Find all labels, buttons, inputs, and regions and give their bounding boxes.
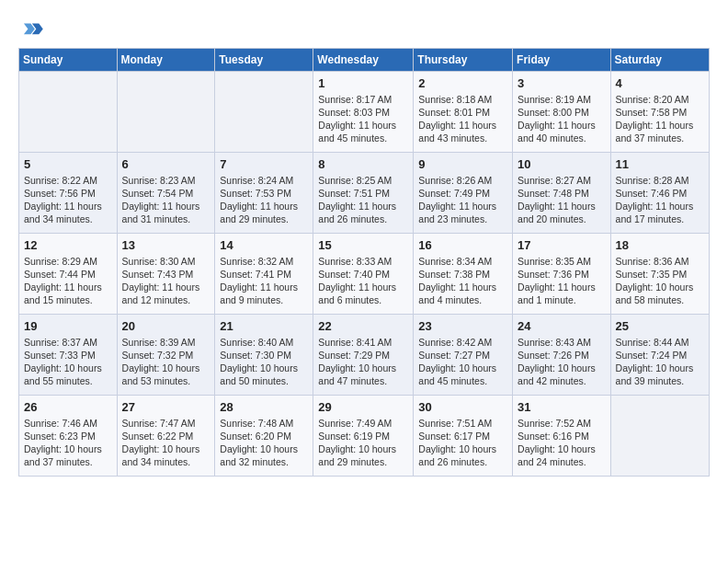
calendar-cell: 22Sunrise: 8:41 AMSunset: 7:29 PMDayligh… [313,315,414,396]
day-info: Sunset: 7:44 PM [24,268,112,281]
logo [18,17,48,42]
day-info: Sunrise: 7:49 AM [318,417,408,430]
day-number: 26 [24,399,112,416]
day-number: 1 [318,75,408,92]
day-info: Sunset: 7:40 PM [318,268,408,281]
calendar-cell: 2Sunrise: 8:18 AMSunset: 8:01 PMDaylight… [414,72,513,153]
day-info: Sunset: 8:00 PM [518,106,606,119]
weekday-header-thursday: Thursday [414,49,513,72]
day-info: Daylight: 10 hours and 58 minutes. [616,281,704,306]
day-info: Sunrise: 8:39 AM [122,336,210,349]
day-number: 16 [418,237,507,254]
day-info: Daylight: 10 hours and 50 minutes. [220,362,308,387]
day-number: 9 [418,156,507,173]
day-number: 24 [518,318,606,335]
calendar-week-3: 19Sunrise: 8:37 AMSunset: 7:33 PMDayligh… [19,315,710,396]
day-info: Sunrise: 8:27 AM [518,174,606,187]
calendar-header: SundayMondayTuesdayWednesdayThursdayFrid… [19,49,710,72]
day-info: Sunrise: 8:37 AM [24,336,112,349]
day-info: Sunset: 6:23 PM [24,430,112,442]
day-info: Sunrise: 8:41 AM [318,336,408,349]
day-info: Sunset: 7:27 PM [418,349,507,362]
day-info: Sunrise: 8:30 AM [122,255,210,268]
day-info: Sunrise: 8:32 AM [220,255,308,268]
day-info: Sunset: 6:22 PM [122,430,210,442]
day-info: Sunset: 6:16 PM [518,430,606,442]
day-number: 18 [616,237,704,254]
calendar-cell: 19Sunrise: 8:37 AMSunset: 7:33 PMDayligh… [19,315,118,396]
day-info: Daylight: 11 hours and 1 minute. [518,281,606,306]
day-number: 20 [122,318,210,335]
calendar-cell: 20Sunrise: 8:39 AMSunset: 7:32 PMDayligh… [117,315,215,396]
day-info: Sunset: 6:20 PM [220,430,308,442]
day-info: Sunrise: 7:47 AM [122,417,210,430]
day-info: Daylight: 11 hours and 12 minutes. [122,281,210,306]
calendar-cell: 12Sunrise: 8:29 AMSunset: 7:44 PMDayligh… [19,234,118,315]
day-info: Sunset: 6:17 PM [418,430,507,442]
calendar-cell: 5Sunrise: 8:22 AMSunset: 7:56 PMDaylight… [19,153,118,234]
day-info: Daylight: 10 hours and 37 minutes. [24,442,112,468]
day-info: Sunrise: 8:23 AM [122,174,210,187]
header [18,17,710,42]
day-info: Daylight: 11 hours and 34 minutes. [24,200,112,225]
day-number: 2 [418,75,507,92]
day-number: 15 [318,237,408,254]
day-number: 21 [220,318,308,335]
day-number: 31 [518,399,606,416]
day-number: 5 [24,156,112,173]
day-info: Daylight: 11 hours and 4 minutes. [418,281,507,306]
day-info: Sunrise: 8:43 AM [518,336,606,349]
calendar-cell: 23Sunrise: 8:42 AMSunset: 7:27 PMDayligh… [414,315,513,396]
day-number: 4 [616,75,704,92]
weekday-header-friday: Friday [513,49,611,72]
day-number: 8 [318,156,408,173]
calendar-cell: 10Sunrise: 8:27 AMSunset: 7:48 PMDayligh… [513,153,611,234]
day-info: Daylight: 11 hours and 15 minutes. [24,281,112,306]
day-info: Daylight: 11 hours and 6 minutes. [318,281,408,306]
day-info: Sunset: 7:33 PM [24,349,112,362]
day-number: 17 [518,237,606,254]
day-number: 25 [616,318,704,335]
day-info: Sunset: 7:24 PM [616,349,704,362]
day-info: Sunrise: 7:51 AM [418,417,507,430]
day-info: Sunset: 7:43 PM [122,268,210,281]
calendar-cell [215,72,313,153]
day-info: Sunrise: 7:48 AM [220,417,308,430]
day-info: Daylight: 10 hours and 34 minutes. [122,442,210,468]
day-info: Sunrise: 8:28 AM [616,174,704,187]
day-info: Sunrise: 8:42 AM [418,336,507,349]
day-number: 13 [122,237,210,254]
calendar-cell: 7Sunrise: 8:24 AMSunset: 7:53 PMDaylight… [215,153,313,234]
day-info: Sunset: 6:19 PM [318,430,408,442]
calendar-cell: 11Sunrise: 8:28 AMSunset: 7:46 PMDayligh… [610,153,709,234]
weekday-header-row: SundayMondayTuesdayWednesdayThursdayFrid… [19,49,710,72]
day-info: Sunrise: 8:33 AM [318,255,408,268]
calendar-cell: 17Sunrise: 8:35 AMSunset: 7:36 PMDayligh… [513,234,611,315]
day-info: Daylight: 11 hours and 37 minutes. [616,119,704,144]
day-info: Daylight: 10 hours and 47 minutes. [318,362,408,387]
calendar-cell: 27Sunrise: 7:47 AMSunset: 6:22 PMDayligh… [117,396,215,477]
calendar-week-4: 26Sunrise: 7:46 AMSunset: 6:23 PMDayligh… [19,396,710,477]
day-number: 27 [122,399,210,416]
calendar-cell: 21Sunrise: 8:40 AMSunset: 7:30 PMDayligh… [215,315,313,396]
day-info: Sunrise: 8:25 AM [318,174,408,187]
calendar-cell: 24Sunrise: 8:43 AMSunset: 7:26 PMDayligh… [513,315,611,396]
day-info: Sunset: 7:41 PM [220,268,308,281]
calendar-cell: 26Sunrise: 7:46 AMSunset: 6:23 PMDayligh… [19,396,118,477]
day-info: Sunrise: 8:35 AM [518,255,606,268]
day-info: Sunrise: 8:17 AM [318,93,408,106]
day-number: 7 [220,156,308,173]
day-info: Daylight: 11 hours and 26 minutes. [318,200,408,225]
calendar-cell: 9Sunrise: 8:26 AMSunset: 7:49 PMDaylight… [414,153,513,234]
weekday-header-sunday: Sunday [19,49,118,72]
day-info: Sunrise: 8:26 AM [418,174,507,187]
logo-icon [18,17,44,42]
day-number: 19 [24,318,112,335]
day-info: Sunrise: 8:19 AM [518,93,606,106]
day-number: 30 [418,399,507,416]
day-number: 23 [418,318,507,335]
day-info: Sunset: 7:58 PM [616,106,704,119]
day-info: Daylight: 11 hours and 17 minutes. [616,200,704,225]
day-number: 14 [220,237,308,254]
calendar-cell: 29Sunrise: 7:49 AMSunset: 6:19 PMDayligh… [313,396,414,477]
